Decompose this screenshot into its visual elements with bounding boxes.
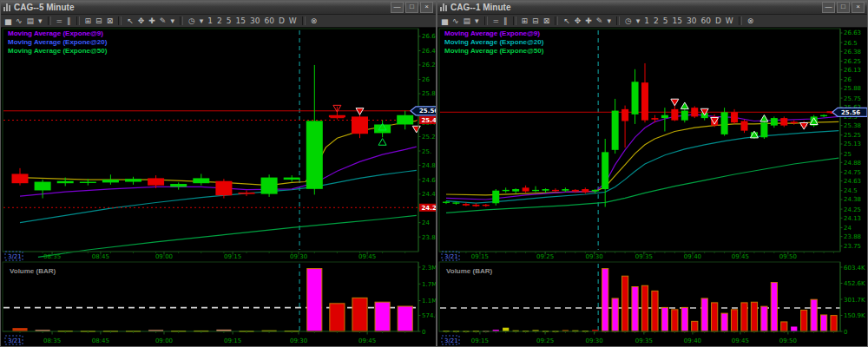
toolbar-button[interactable]: ▾ [169, 16, 175, 27]
volume-bar [330, 304, 345, 331]
candlestick-chart[interactable]: 26.6326.526.3826.2526.132625.8825.7525.6… [437, 28, 867, 347]
toolbar-button[interactable]: D [714, 16, 722, 27]
toolbar-button[interactable]: 60 [700, 16, 711, 27]
candlestick-chart[interactable]: 26.626.426.22625.825.625.425.225.24.824.… [1, 28, 436, 347]
toolbar-button[interactable]: 30 [249, 16, 260, 27]
price-tick-label: 25.25 [844, 132, 861, 139]
volume-tick-label: 574.0K [422, 312, 436, 319]
toolbar-button[interactable]: ▾ [37, 16, 43, 27]
toolbar-button[interactable]: ▾ [474, 16, 480, 27]
toolbar-button[interactable]: ✎ [159, 16, 168, 27]
close-button[interactable]: × [852, 2, 865, 13]
toolbar-button[interactable]: 60 [263, 16, 274, 27]
toolbar-button[interactable]: ✚ [148, 16, 156, 27]
toolbar-button[interactable]: ▅ [441, 16, 449, 27]
toolbar-button[interactable]: 5 [662, 16, 669, 27]
toolbar-button[interactable]: ◷ [187, 16, 196, 27]
date-label: 3/21 [444, 253, 458, 260]
toolbar-button[interactable]: ∿ [451, 16, 460, 27]
legend-ma9: Moving Average (Expone@9) [8, 29, 107, 38]
candle [492, 191, 499, 204]
time-tick-label: 09:15 [224, 337, 241, 344]
minimize-button[interactable]: — [822, 2, 835, 13]
toolbar-button[interactable]: ⊠ [106, 16, 115, 27]
candle [284, 178, 300, 180]
candle [374, 124, 391, 133]
price-dash-marker [330, 116, 344, 118]
toolbar-button[interactable]: D [278, 16, 286, 27]
toolbar-button[interactable]: ↖ [562, 16, 571, 27]
volume-bar [741, 303, 747, 331]
toolbar-button[interactable]: 1 [643, 16, 650, 27]
toolbar-button[interactable]: 1 [207, 16, 214, 27]
close-button[interactable]: × [420, 2, 433, 13]
candle [552, 190, 559, 191]
candle [641, 82, 648, 121]
toolbar-button[interactable]: ⊗ [746, 16, 755, 27]
legend-ma9: Moving Average (Expone@9) [444, 29, 543, 38]
toolbar-separator [302, 16, 306, 25]
toolbar-button[interactable]: ‖ [503, 16, 509, 27]
toolbar-button[interactable]: ‖ [66, 16, 72, 27]
toolbar-button[interactable]: ↖ [126, 16, 135, 27]
toolbar-button[interactable]: 2 [216, 16, 223, 27]
toolbar-button[interactable]: ✎ [595, 16, 604, 27]
legend-ma50: Moving Average (Expone@50) [8, 47, 107, 56]
candle [503, 190, 510, 191]
volume-tick-label: 0 [422, 329, 425, 336]
toolbar-button[interactable]: ✥ [137, 16, 146, 27]
toolbar-button[interactable]: = [56, 16, 64, 27]
price-tick-label: 24 [844, 225, 852, 232]
toolbar-button[interactable]: ⊞ [84, 16, 93, 27]
toolbar-button[interactable]: ✚ [584, 16, 593, 27]
time-tick-label: 09:35 [635, 253, 653, 260]
price-tick-label: 23.8 [422, 234, 436, 241]
toolbar-button[interactable]: ▤ [462, 16, 471, 27]
chart-area[interactable]: Moving Average (Expone@9) Moving Average… [1, 28, 436, 347]
toolbar-button[interactable]: ✥ [574, 16, 582, 27]
toolbar-button[interactable]: 15 [235, 16, 247, 27]
toolbar-button[interactable]: ⊟ [95, 16, 103, 27]
toolbar-button[interactable]: ▾ [199, 16, 205, 27]
price-tick-label: 24.5 [844, 187, 858, 194]
titlebar[interactable]: CAG--1 Minute — □ × [437, 1, 867, 15]
toolbar-button[interactable]: ▤ [25, 16, 35, 27]
toolbar-button[interactable]: ▾ [606, 16, 612, 27]
chart-area[interactable]: Moving Average (Expone@9) Moving Average… [437, 28, 867, 347]
candle [612, 111, 619, 150]
toolbar-button[interactable]: ▅ [4, 16, 12, 27]
maximize-button[interactable]: □ [837, 2, 850, 13]
volume-bar [602, 269, 608, 331]
price-tick-label: 26 [844, 76, 852, 83]
time-tick-label: 09:30 [290, 337, 307, 344]
candle [148, 178, 164, 185]
maximize-button[interactable]: □ [405, 2, 418, 13]
price-tick-label: 26.25 [844, 58, 861, 65]
toolbar-button[interactable]: 2 [653, 16, 660, 27]
toolbar-separator [76, 16, 80, 25]
toolbar-button[interactable]: 5 [226, 16, 233, 27]
toolbar-button[interactable]: ⊟ [531, 16, 540, 27]
price-tick-label: 24 [422, 219, 430, 226]
toolbar-button[interactable]: ⊞ [521, 16, 529, 27]
volume-bar [632, 286, 638, 331]
toolbar-button[interactable]: ⊠ [542, 16, 551, 27]
candle [57, 181, 74, 183]
time-tick-label: 09:30 [586, 253, 603, 260]
candle [741, 121, 748, 131]
toolbar-button[interactable]: ◷ [624, 16, 633, 27]
chart-panel-5min: CAG--5 Minute — □ × ▅∿▤▾=‖⊞⊟⊠↖✥✚✎▾◷▾1251… [0, 0, 437, 347]
toolbar-button[interactable]: ▾ [635, 16, 641, 27]
toolbar-button[interactable]: 30 [686, 16, 697, 27]
volume-pane-label: Volume (BAR) [446, 267, 492, 275]
toolbar-button[interactable]: 15 [672, 16, 683, 27]
minimize-button[interactable]: — [391, 2, 404, 13]
toolbar-button[interactable]: W [288, 16, 298, 27]
toolbar-button[interactable]: W [725, 16, 734, 27]
price-tick-label: 24.8 [422, 162, 436, 169]
titlebar[interactable]: CAG--5 Minute — □ × [1, 1, 436, 15]
toolbar-button[interactable]: ∿ [15, 16, 23, 27]
time-tick-label: 09:00 [155, 337, 173, 344]
toolbar-button[interactable]: = [492, 16, 501, 27]
toolbar-button[interactable]: ⊗ [310, 16, 319, 27]
